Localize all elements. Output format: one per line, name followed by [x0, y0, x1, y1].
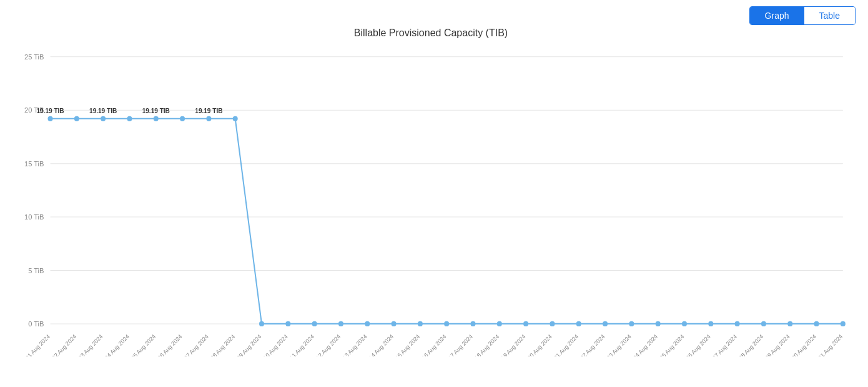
x-label-29: 29 Aug 2024: [764, 333, 791, 356]
top-bar: Graph Table: [6, 6, 856, 25]
dot-26: [708, 321, 713, 326]
dot-31: [841, 321, 846, 326]
dot-27: [735, 321, 740, 326]
x-label-23: 23 Aug 2024: [606, 333, 633, 356]
y-label-5: 5 TiB: [28, 267, 44, 274]
dot-18: [497, 321, 502, 326]
x-label-5: 05 Aug 2024: [130, 333, 157, 356]
y-label-25: 25 TiB: [24, 53, 44, 61]
x-label-25: 25 Aug 2024: [658, 333, 685, 356]
dot-4: [127, 116, 132, 121]
x-label-26: 26 Aug 2024: [685, 333, 712, 356]
x-label-20: 20 Aug 2024: [526, 333, 553, 356]
graph-button[interactable]: Graph: [750, 7, 804, 24]
x-label-21: 21 Aug 2024: [553, 333, 579, 356]
x-label-2: 02 Aug 2024: [51, 333, 77, 356]
x-label-28: 28 Aug 2024: [737, 333, 764, 356]
dot-8: [233, 116, 238, 121]
dot-5: [154, 116, 159, 121]
dot-14: [392, 321, 397, 326]
dot-19: [523, 321, 528, 326]
dot-11: [312, 321, 317, 326]
dot-3: [101, 116, 106, 121]
x-label-27: 27 Aug 2024: [711, 333, 738, 356]
dot-12: [338, 321, 343, 326]
dot-21: [576, 321, 581, 326]
dot-2: [74, 116, 79, 121]
dot-20: [550, 321, 555, 326]
x-label-15: 15 Aug 2024: [394, 333, 421, 356]
y-label-15: 15 TiB: [24, 160, 44, 168]
y-label-0: 0 TiB: [28, 320, 44, 328]
x-label-19: 19 Aug 2024: [500, 333, 527, 356]
x-label-7: 07 Aug 2024: [183, 333, 210, 356]
data-label-2: 19.19 TIB: [89, 108, 117, 114]
x-label-6: 06 Aug 2024: [157, 333, 184, 356]
x-axis-labels: 01 Aug 2024 02 Aug 2024 03 Aug 2024 04 A…: [24, 333, 844, 356]
dot-13: [365, 321, 370, 326]
dot-23: [629, 321, 634, 326]
x-label-14: 14 Aug 2024: [368, 333, 395, 356]
dot-24: [656, 321, 661, 326]
x-label-22: 22 Aug 2024: [579, 333, 606, 356]
dot-17: [470, 321, 475, 326]
x-label-4: 04 Aug 2024: [104, 333, 131, 356]
x-label-13: 13 Aug 2024: [342, 333, 368, 356]
x-label-8: 08 Aug 2024: [209, 333, 236, 356]
dot-6: [180, 116, 185, 121]
data-label-4: 19.19 TIB: [195, 108, 222, 114]
data-label-1: 19.19 TIB: [36, 108, 64, 114]
chart-svg: 25 TiB 20 TiB 15 TiB 10 TiB 5 TiB 0 TiB …: [6, 44, 856, 356]
y-label-10: 10 TiB: [24, 213, 44, 221]
dot-9: [259, 321, 264, 326]
dot-10: [285, 321, 290, 326]
page-wrapper: Graph Table Billable Provisioned Capacit…: [0, 0, 868, 387]
dot-28: [761, 321, 766, 326]
chart-line: [51, 119, 843, 324]
dot-1: [47, 116, 52, 121]
x-label-12: 12 Aug 2024: [315, 333, 342, 356]
chart-area: 25 TiB 20 TiB 15 TiB 10 TiB 5 TiB 0 TiB …: [6, 44, 856, 356]
dot-22: [603, 321, 608, 326]
x-label-16: 16 Aug 2024: [421, 333, 448, 356]
x-label-31: 31 Aug 2024: [817, 333, 844, 356]
x-label-18: 18 Aug 2024: [473, 333, 500, 356]
x-label-30: 30 Aug 2024: [791, 333, 817, 356]
table-button[interactable]: Table: [804, 7, 855, 24]
x-label-9: 09 Aug 2024: [235, 333, 262, 356]
dot-25: [682, 321, 687, 326]
x-label-10: 10 Aug 2024: [262, 333, 289, 356]
x-label-1: 01 Aug 2024: [24, 333, 51, 356]
x-label-11: 11 Aug 2024: [289, 333, 315, 356]
dot-30: [814, 321, 819, 326]
dot-16: [444, 321, 449, 326]
data-label-3: 19.19 TIB: [142, 108, 170, 114]
x-label-3: 03 Aug 2024: [77, 333, 104, 356]
view-toggle: Graph Table: [749, 6, 856, 25]
x-label-17: 17 Aug 2024: [447, 333, 474, 356]
chart-title: Billable Provisioned Capacity (TIB): [6, 28, 856, 39]
dot-29: [787, 321, 792, 326]
dot-7: [206, 116, 211, 121]
x-label-24: 24 Aug 2024: [632, 333, 659, 356]
dot-15: [418, 321, 423, 326]
